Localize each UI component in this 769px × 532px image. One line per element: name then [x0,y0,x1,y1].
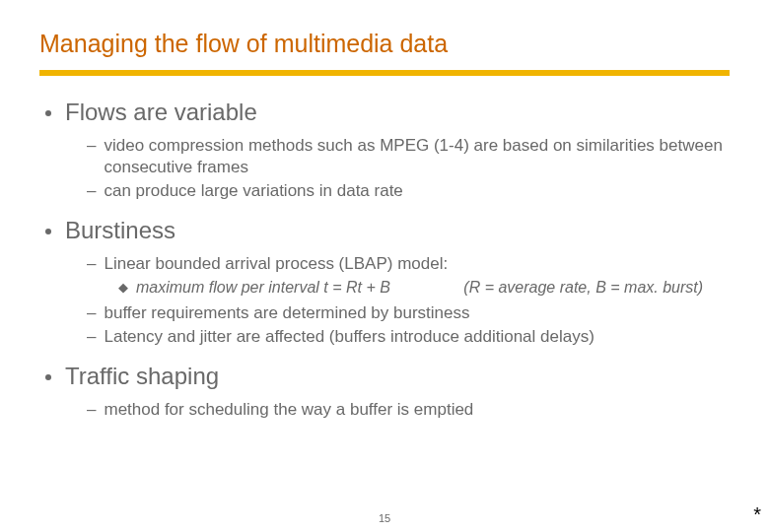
slide-title: Managing the flow of multimedia data [39,30,730,58]
dash-text: method for scheduling the way a buffer i… [104,399,473,421]
bullet-icon [45,110,51,116]
dash-marker: – [87,302,96,324]
bullet-icon [45,229,51,234]
content: Flows are variable – video compression m… [39,98,730,421]
dash-group: – method for scheduling the way a buffer… [39,399,730,421]
dash-item: – Linear bounded arrival process (LBAP) … [87,253,730,275]
dash-text: Latency and jitter are affected (buffers… [104,326,594,348]
diamond-side: (R = average rate, B = max. burst) [463,279,703,296]
diamond-group: ◆ maximum flow per interval t = Rt + B (… [39,277,730,299]
divider [39,70,730,76]
dash-group: – Linear bounded arrival process (LBAP) … [39,253,730,348]
dash-item: – Latency and jitter are affected (buffe… [87,326,730,348]
page-number: 15 [379,512,390,524]
dash-marker: – [87,253,96,275]
diamond-item: ◆ maximum flow per interval t = Rt + B (… [118,277,730,299]
dash-item: – buffer requirements are determined by … [87,302,730,324]
dash-marker: – [87,399,96,421]
dash-text: buffer requirements are determined by bu… [104,302,469,324]
dash-item: – video compression methods such as MPEG… [87,135,730,178]
dash-marker: – [87,135,96,157]
bullet-text: Burstiness [65,216,175,245]
bullet-flows: Flows are variable [39,98,730,127]
dash-item: – can produce large variations in data r… [87,180,730,202]
bullet-text: Flows are variable [65,98,257,127]
bullet-traffic-shaping: Traffic shaping [39,362,730,391]
bullet-burstiness: Burstiness [39,216,730,245]
dash-item: – method for scheduling the way a buffer… [87,399,730,421]
dash-marker: – [87,326,96,348]
dash-text: video compression methods such as MPEG (… [104,135,730,178]
diamond-text: maximum flow per interval t = Rt + B (R … [136,277,703,299]
dash-marker: – [87,180,96,202]
dash-group: – video compression methods such as MPEG… [39,135,730,202]
diamond-main: maximum flow per interval t = Rt + B [136,279,390,296]
dash-text: can produce large variations in data rat… [104,180,402,202]
dash-text: Linear bounded arrival process (LBAP) mo… [104,253,448,275]
bullet-text: Traffic shaping [65,362,219,391]
slide: Managing the flow of multimedia data Flo… [0,0,769,532]
asterisk: * [753,503,761,526]
diamond-icon: ◆ [118,279,128,297]
bullet-icon [45,374,51,380]
